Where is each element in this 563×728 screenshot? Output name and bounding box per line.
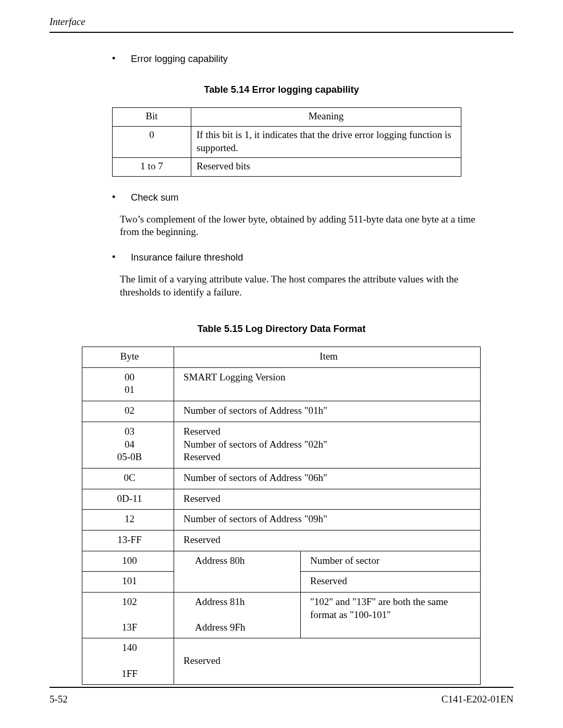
bullet-item: • Insurance failure threshold xyxy=(112,251,513,264)
cell-desc: "102" and "13F" are both the same format… xyxy=(301,593,481,638)
cell-item: SMART Logging Version xyxy=(174,367,481,401)
cell-byte: 140 1FF xyxy=(82,638,174,685)
cell-byte: 0D-11 xyxy=(82,489,174,510)
table-row: 100 Address 80h Number of sector xyxy=(82,551,481,572)
doc-id: C141-E202-01EN xyxy=(442,693,513,706)
cell-byte: 101 xyxy=(82,572,174,593)
bullet-label: Error logging capability xyxy=(131,53,513,65)
bullet-icon: • xyxy=(112,191,131,203)
bullet-icon: • xyxy=(112,53,131,65)
table-header-row: Byte Item xyxy=(82,347,481,368)
table-515: Byte Item 00 01 SMART Logging Version 02… xyxy=(82,347,481,685)
bullet-label: Check sum xyxy=(131,191,513,204)
cell-item: Number of sectors of Address "01h" xyxy=(174,401,481,422)
table-row: 13-FF Reserved xyxy=(82,530,481,551)
table-caption-515: Table 5.15 Log Directory Data Format xyxy=(50,323,513,335)
cell-bit: 0 xyxy=(113,126,191,157)
table-header-row: Bit Meaning xyxy=(113,108,461,127)
th-byte: Byte xyxy=(82,347,174,368)
bullet-item: • Error logging capability xyxy=(112,53,513,65)
cell-meaning: Reserved bits xyxy=(191,158,461,177)
cell-item: Number of sectors of Address "09h" xyxy=(174,510,481,530)
table-row: 0D-11 Reserved xyxy=(82,489,481,510)
table-row: 0C Number of sectors of Address "06h" xyxy=(82,468,481,489)
cell-item: Reserved xyxy=(174,638,481,685)
th-item: Item xyxy=(174,347,481,368)
paragraph: The limit of a varying attribute value. … xyxy=(120,273,487,299)
page-header: Interface xyxy=(50,16,513,33)
cell-byte: 102 xyxy=(82,593,174,618)
cell-byte: 13-FF xyxy=(82,530,174,551)
table-row: 0 If this bit is 1, it indicates that th… xyxy=(113,126,461,157)
paragraph: Two’s complement of the lower byte, obta… xyxy=(120,213,487,239)
page-footer: 5-52 C141-E202-01EN xyxy=(50,687,513,706)
cell-address: Address 9Fh xyxy=(174,618,301,638)
table-row: 140 1FF Reserved xyxy=(82,638,481,685)
page-number: 5-52 xyxy=(50,693,68,706)
cell-item: Reserved xyxy=(174,489,481,510)
bullet-icon: • xyxy=(112,251,131,263)
cell-address: Address 80h xyxy=(174,551,301,592)
cell-byte: 0C xyxy=(82,468,174,489)
table-row: 1 to 7 Reserved bits xyxy=(113,158,461,177)
bullet-item: • Check sum xyxy=(112,191,513,204)
cell-bit: 1 to 7 xyxy=(113,158,191,177)
cell-item: Reserved xyxy=(174,530,481,551)
bullet-label: Insurance failure threshold xyxy=(131,251,513,264)
cell-byte: 100 xyxy=(82,551,174,572)
cell-byte: 12 xyxy=(82,510,174,530)
table-row: 03 04 05-0B Reserved Number of sectors o… xyxy=(82,422,481,468)
cell-item: Number of sectors of Address "06h" xyxy=(174,468,481,489)
th-meaning: Meaning xyxy=(191,108,461,127)
cell-desc: Reserved xyxy=(301,572,481,593)
table-caption-514: Table 5.14 Error logging capability xyxy=(50,83,513,96)
section-title: Interface xyxy=(50,16,85,27)
cell-byte: 13F xyxy=(82,618,174,638)
table-row: 102 Address 81h "102" and "13F" are both… xyxy=(82,593,481,618)
cell-byte: 03 04 05-0B xyxy=(82,422,174,468)
th-bit: Bit xyxy=(113,108,191,127)
cell-byte: 02 xyxy=(82,401,174,422)
table-row: 00 01 SMART Logging Version xyxy=(82,367,481,401)
table-row: 02 Number of sectors of Address "01h" xyxy=(82,401,481,422)
cell-item: Reserved Number of sectors of Address "0… xyxy=(174,422,481,468)
table-row: 12 Number of sectors of Address "09h" xyxy=(82,510,481,530)
cell-byte: 00 01 xyxy=(82,367,174,401)
cell-meaning: If this bit is 1, it indicates that the … xyxy=(191,126,461,157)
cell-desc: Number of sector xyxy=(301,551,481,572)
table-514: Bit Meaning 0 If this bit is 1, it indic… xyxy=(112,107,461,177)
cell-address: Address 81h xyxy=(174,593,301,618)
